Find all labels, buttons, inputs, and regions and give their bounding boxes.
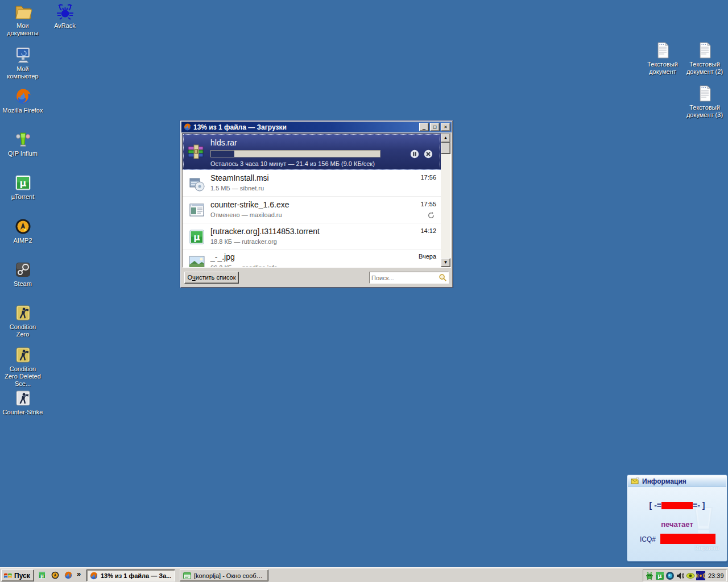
download-row-jpg[interactable]: _-_.jpg 66.2 КБ — goodline.info Вчера [183, 250, 441, 268]
desktop-icon-label: Текстовый документ (3) [684, 104, 725, 119]
desktop-icon-firefox[interactable]: Mozilla Firefox [2, 87, 43, 114]
desktop-icon-text-document-3[interactable]: Текстовый документ (3) [684, 84, 725, 119]
scrollbar[interactable]: ▲ ▼ [441, 134, 450, 267]
download-detail: 1.5 МБ — sibnet.ru [210, 185, 264, 192]
quicklaunch-utorrent-icon[interactable]: µ [38, 571, 47, 580]
download-name: [rutracker.org].t3114853.torrent [210, 227, 320, 236]
firefox-icon [89, 571, 98, 580]
desktop-icon-my-computer[interactable]: Мой компьютер [2, 45, 43, 80]
desktop-icon-condition-zero[interactable]: Condition Zero [2, 304, 43, 338]
desktop-icon-label: Текстовый документ [642, 61, 683, 76]
download-row-cs16[interactable]: counter-strike_1.6.exe Отменено — maxilo… [183, 197, 441, 223]
popup-title: Информация [642, 477, 686, 485]
scroll-up-button[interactable]: ▲ [441, 134, 450, 143]
pause-button[interactable] [410, 149, 419, 159]
search-input[interactable] [371, 273, 435, 282]
counter-strike-icon [14, 389, 32, 408]
task-button-label: [konoplja] - Окно сообщ... [194, 572, 266, 579]
desktop-icon-utorrent[interactable]: µ µTorrent [2, 173, 43, 201]
desktop-icon-label: AIMP2 [2, 237, 43, 244]
download-name: hlds.rar [210, 138, 237, 147]
retry-icon[interactable] [427, 211, 435, 219]
clear-list-button[interactable]: Очистить список [184, 272, 239, 284]
download-name: _-_.jpg [210, 252, 235, 261]
tray-utorrent-icon[interactable]: µ [655, 571, 664, 580]
desktop-icon-label: Condition Zero [2, 323, 43, 338]
text-file-icon [696, 41, 714, 60]
tray-clock: 23:39 [708, 572, 724, 579]
desktop-icon-text-document-2[interactable]: Текстовый документ (2) [684, 41, 725, 76]
start-button[interactable]: Пуск [1, 569, 34, 581]
task-button-label: 13% из 1 файла — За... [101, 572, 171, 579]
recycle-bin-watermark-label: Корзина [695, 544, 719, 551]
desktop-icon-label: AvRack [46, 22, 84, 30]
image-icon [188, 253, 206, 268]
tray-orb-icon[interactable] [665, 571, 675, 580]
download-row-hlds[interactable]: hlds.rar Осталось 3 часа 10 минут — 21.4… [183, 134, 441, 170]
minimize-button[interactable]: _ [419, 123, 429, 131]
desktop-icon-aimp2[interactable]: AIMP2 [2, 217, 43, 244]
quicklaunch-overflow-chevron[interactable]: » [77, 569, 81, 578]
desktop-icon-qip-infium[interactable]: QIP Infium [2, 130, 43, 157]
task-button-downloads[interactable]: 13% из 1 файла — За... [86, 569, 175, 581]
tray-qip-icon[interactable] [645, 571, 654, 580]
svg-text:µ: µ [40, 573, 44, 579]
scroll-thumb[interactable] [441, 143, 450, 154]
downloads-list: hlds.rar Осталось 3 часа 10 минут — 21.4… [182, 133, 451, 268]
redaction-block [661, 502, 693, 509]
message-icon [183, 571, 192, 580]
desktop-icon-steam[interactable]: Steam [2, 260, 43, 288]
download-time: 17:55 [420, 201, 436, 207]
downloads-footer: Очистить список [182, 269, 451, 286]
utorrent-icon: µ [14, 173, 32, 192]
quicklaunch-firefox-icon[interactable] [64, 571, 73, 580]
aimp2-icon [14, 217, 32, 236]
desktop-icon-counter-strike[interactable]: Counter-Strike [2, 389, 43, 416]
quicklaunch-aimp2-icon[interactable] [51, 571, 60, 580]
firefox-icon [14, 87, 32, 106]
contact-name-line: [ -==- ] [627, 501, 727, 510]
desktop-icon-label: Мои документы [2, 22, 43, 37]
cancel-button[interactable] [424, 149, 433, 159]
my-computer-icon [14, 45, 32, 64]
qip-notification-popup[interactable]: Корзина Информация [ -==- ] печатает ICQ… [627, 475, 727, 562]
desktop-icon-avrack[interactable]: AvRack [46, 2, 84, 30]
desktop-icon-condition-zero-deleted[interactable]: Condition Zero Deleted Sce... [2, 346, 43, 388]
download-name: SteamInstall.msi [210, 173, 269, 182]
start-label: Пуск [14, 572, 30, 580]
utorrent-icon: µ [188, 228, 206, 246]
mail-icon [631, 477, 639, 485]
search-icon[interactable] [439, 273, 447, 282]
tray-network-activity-icon[interactable] [696, 571, 705, 580]
installer-icon [188, 174, 206, 193]
desktop-icon-label: Mozilla Firefox [2, 107, 43, 114]
desktop-icon-label: µTorrent [2, 193, 43, 201]
condition-zero-icon [14, 304, 32, 322]
system-tray: µ 23:39 [643, 569, 727, 581]
download-status: Осталось 3 часа 10 минут — 21.4 из 156 М… [210, 160, 375, 167]
maximize-button[interactable]: □ [430, 123, 440, 131]
search-box [369, 272, 449, 284]
folder-icon [14, 2, 32, 21]
icq-label: ICQ# [640, 535, 656, 543]
taskbar: Пуск µ » 13% из 1 файла — За [0, 567, 728, 582]
download-row-torrent[interactable]: µ [rutracker.org].t3114853.torrent 18.8 … [183, 223, 441, 250]
scroll-down-button[interactable]: ▼ [441, 258, 450, 267]
task-button-message-window[interactable]: [konoplja] - Окно сообщ... [180, 569, 268, 581]
tray-eye-icon[interactable] [686, 571, 695, 580]
desktop-icon-label: Мой компьютер [2, 65, 43, 80]
tray-volume-icon[interactable] [676, 571, 685, 580]
download-name: counter-strike_1.6.exe [210, 200, 289, 209]
desktop-icon-text-document[interactable]: Текстовый документ [642, 41, 683, 76]
desktop-icon-label: Текстовый документ (2) [684, 61, 725, 76]
desktop-icon-my-documents[interactable]: Мои документы [2, 2, 43, 37]
downloads-titlebar[interactable]: 13% из 1 файла — Загрузки _ □ ✕ [181, 122, 452, 132]
desktop-icon-label: QIP Infium [2, 150, 43, 157]
redaction-block [660, 534, 715, 544]
close-button[interactable]: ✕ [441, 123, 450, 131]
steam-icon [14, 260, 32, 279]
windows-logo-icon [3, 571, 13, 580]
window-title: 13% из 1 файла — Загрузки [193, 123, 418, 131]
firefox-icon [183, 123, 192, 131]
download-row-steaminstall[interactable]: SteamInstall.msi 1.5 МБ — sibnet.ru 17:5… [183, 170, 441, 197]
